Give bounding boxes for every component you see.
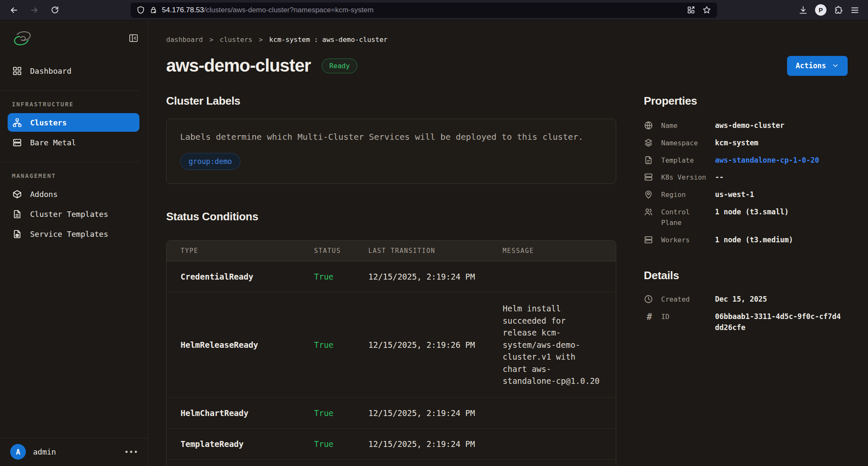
detail-label: ID: [661, 311, 709, 322]
property-value: aws-demo-cluster: [715, 120, 848, 131]
sidebar-divider: [0, 90, 139, 91]
chevron-down-icon: [832, 62, 839, 69]
property-value: kcm-system: [715, 138, 848, 149]
breadcrumb-dashboard[interactable]: dashboard: [166, 36, 203, 44]
property-row-template: Template aws-standalone-cp-1-0-20: [644, 155, 848, 166]
condition-status: True: [314, 408, 368, 418]
bookmark-star-icon[interactable]: [702, 6, 711, 14]
sidebar-collapse-button[interactable]: [128, 33, 139, 43]
browser-reload-button[interactable]: [47, 3, 62, 17]
url-host: 54.176.78.53: [162, 6, 204, 14]
detail-value: 06bbaab1-3311-4d5c-9f0c-cf7d4dd26cfe: [715, 311, 842, 333]
property-value: 1 node (t3.small): [715, 207, 848, 218]
column-header-message: MESSAGE: [503, 247, 602, 255]
property-row-namespace: Namespace kcm-system: [644, 138, 848, 149]
sidebar-item-addons[interactable]: Addons: [8, 185, 139, 203]
cluster-labels-card: Labels determine which Multi-Cluster Ser…: [166, 119, 616, 184]
template-link[interactable]: aws-standalone-cp-1-0-20: [715, 155, 848, 166]
condition-message: [503, 266, 602, 287]
server-icon: [644, 172, 655, 182]
sidebar-item-service-templates[interactable]: Service Templates: [8, 225, 139, 243]
hash-icon: #: [644, 312, 655, 322]
label-chip: group:demo: [180, 153, 240, 170]
condition-message: Object is ready: [503, 460, 602, 466]
browser-back-button[interactable]: [7, 3, 21, 17]
breadcrumb-clusters[interactable]: clusters: [220, 36, 252, 44]
property-label: Workers: [661, 235, 709, 246]
property-label: Namespace: [661, 138, 709, 149]
condition-last-transition: 12/15/2025, 2:19:26 PM: [368, 340, 503, 350]
condition-status: True: [314, 439, 368, 449]
server-icon: [12, 138, 22, 147]
extensions-puzzle-icon[interactable]: [834, 6, 843, 15]
sidebar-item-dashboard[interactable]: Dashboard: [8, 61, 139, 80]
condition-message: [503, 403, 602, 423]
lock-warning-icon[interactable]: [150, 6, 157, 14]
menu-hamburger-icon[interactable]: [850, 6, 860, 15]
condition-message: Helm install succeeded for release kcm-s…: [503, 292, 602, 397]
sidebar-user-row[interactable]: A admin: [0, 438, 148, 466]
url-path: /clusters/aws-demo-cluster?namespace=kcm…: [204, 6, 373, 14]
shield-icon[interactable]: [136, 6, 145, 14]
condition-type: HelmReleaseReady: [181, 340, 314, 350]
condition-last-transition: 12/15/2025, 2:19:24 PM: [368, 439, 503, 449]
condition-last-transition: 12/15/2025, 2:19:24 PM: [368, 272, 503, 281]
breadcrumb: dashboard > clusters > kcm-system : aws-…: [166, 36, 848, 44]
cluster-labels-heading: Cluster Labels: [166, 94, 616, 108]
main-content: dashboard > clusters > kcm-system : aws-…: [148, 20, 868, 466]
actions-button-label: Actions: [796, 61, 826, 70]
breadcrumb-separator: >: [259, 36, 263, 44]
condition-last-transition: 12/15/2025, 2:19:24 PM: [368, 408, 503, 418]
condition-status: True: [314, 272, 368, 281]
arrow-right-icon: [30, 6, 39, 15]
download-icon[interactable]: [798, 6, 808, 15]
table-header: TYPE STATUS LAST TRANSITION MESSAGE: [167, 241, 616, 261]
condition-type: HelmChartReady: [181, 408, 314, 418]
condition-type: CredentialReady: [181, 272, 314, 281]
grid-arrow-icon[interactable]: [687, 6, 696, 14]
profile-avatar[interactable]: P: [815, 4, 826, 16]
browser-toolbar: 54.176.78.53/clusters/aws-demo-cluster?n…: [0, 0, 868, 20]
sidebar-item-label: Addons: [30, 190, 58, 199]
map-pin-icon: [644, 190, 655, 199]
clock-icon: [644, 294, 655, 304]
condition-message: [503, 434, 602, 454]
property-row-name: Name aws-demo-cluster: [644, 120, 848, 131]
sidebar-item-clusters[interactable]: Clusters: [8, 113, 139, 132]
sidebar-item-bare-metal[interactable]: Bare Metal: [8, 133, 139, 152]
app-logo: [10, 29, 34, 48]
property-row-control-plane: Control Plane 1 node (t3.small): [644, 207, 848, 228]
detail-value: Dec 15, 2025: [715, 294, 848, 305]
property-label: Control Plane: [661, 207, 709, 228]
file-icon: [644, 155, 655, 165]
property-row-workers: Workers 1 node (t3.medium): [644, 235, 848, 246]
arrow-left-icon: [9, 6, 19, 15]
property-row-region: Region us-west-1: [644, 189, 848, 200]
property-label: Name: [661, 120, 709, 131]
globe-icon: [644, 121, 655, 130]
server-icon: [644, 235, 655, 244]
url-text: 54.176.78.53/clusters/aws-demo-cluster?n…: [162, 6, 373, 14]
sidebar-item-cluster-templates[interactable]: Cluster Templates: [8, 205, 139, 223]
browser-forward-button[interactable]: [27, 3, 42, 17]
table-row: Ready True 12/15/2025, 2:24:50 PM Object…: [167, 460, 616, 466]
properties-heading: Properties: [644, 94, 848, 108]
table-row: HelmReleaseReady True 12/15/2025, 2:19:2…: [167, 292, 616, 398]
url-bar[interactable]: 54.176.78.53/clusters/aws-demo-cluster?n…: [131, 3, 717, 18]
user-menu-ellipsis-icon[interactable]: [125, 451, 137, 453]
dashboard-grid-icon: [12, 66, 22, 76]
network-icon: [12, 118, 22, 128]
table-row: TemplateReady True 12/15/2025, 2:19:24 P…: [167, 429, 616, 460]
detail-label: Created: [661, 294, 709, 305]
breadcrumb-separator: >: [209, 36, 214, 44]
status-conditions-table: TYPE STATUS LAST TRANSITION MESSAGE Cred…: [166, 240, 616, 466]
column-header-status: STATUS: [314, 247, 368, 255]
file-text-icon: [12, 209, 22, 219]
sidebar-section-management: MANAGEMENT: [0, 172, 148, 183]
table-row: HelmChartReady True 12/15/2025, 2:19:24 …: [167, 398, 616, 429]
panel-collapse-icon: [128, 33, 139, 43]
property-label: K8s Version: [661, 172, 709, 183]
details-heading: Details: [644, 269, 848, 282]
column-header-last-transition: LAST TRANSITION: [368, 247, 503, 255]
actions-button[interactable]: Actions: [787, 56, 848, 76]
